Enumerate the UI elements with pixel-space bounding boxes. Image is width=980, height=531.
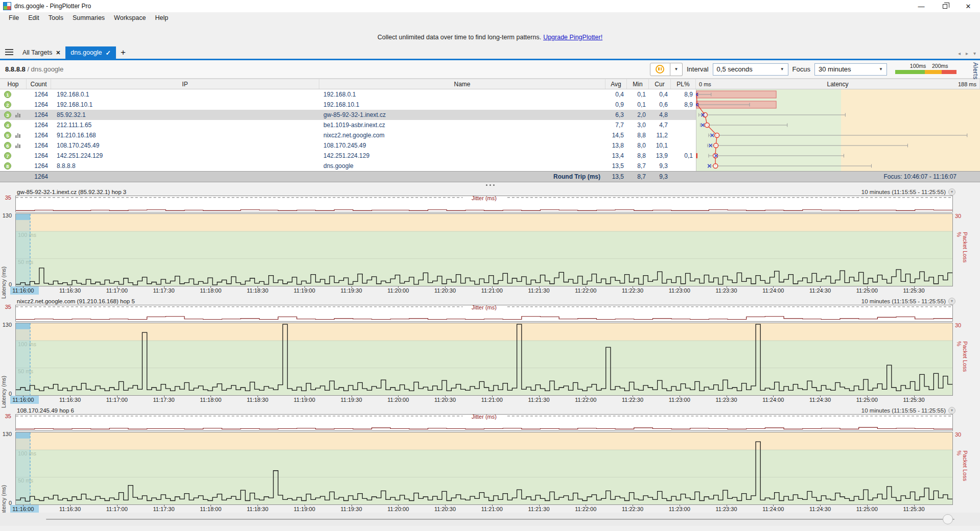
col-header-latency[interactable]: 0 ms Latency 188 ms [696,79,980,89]
name-cell: gw-85-92-32-1.inext.cz [319,110,605,120]
count-cell: 1264 [27,120,51,130]
time-tick-label: 11:25:30 [903,287,924,294]
graphed-indicator [15,110,27,120]
cur-cell: 10,1 [649,140,671,151]
col-header-count[interactable]: Count [27,79,51,89]
time-tick-label: 11:24:00 [762,397,784,403]
interval-select[interactable]: 0,5 seconds ▼ [713,63,788,76]
pl-cell [671,161,696,171]
scrollbar-track[interactable] [46,519,954,520]
jitter-strip: 35 Jitter (ms) [0,305,980,322]
cur-cell: 0,6 [649,100,671,110]
pane-splitter[interactable] [0,182,980,188]
col-header-name[interactable]: Name [319,79,605,89]
timeline-header: 108.170.245.49 hop 6 10 minutes (11:15:5… [0,406,980,414]
y-axis-max-label: 130 [3,212,12,219]
packet-loss-max-label: 30 [955,322,961,328]
time-tick-label: 11:22:30 [622,397,643,403]
name-cell: 142.251.224.129 [319,151,605,161]
timeline-range[interactable]: 10 minutes (11:15:55 - 11:25:55) ▾ [861,407,955,414]
graphed-indicator [15,140,27,151]
close-button[interactable]: ✕ [956,0,980,12]
time-tick-label: 11:16:00 [12,287,34,294]
col-header-avg[interactable]: Avg [605,79,627,89]
count-cell: 1264 [27,100,51,110]
chevron-down-icon[interactable]: ▾ [948,407,955,414]
tab-list-icon[interactable]: ▾ [973,51,976,56]
col-header-hop[interactable]: Hop [0,79,27,89]
name-cell: 108.170.245.49 [319,140,605,151]
menu-item-edit[interactable]: Edit [24,14,44,21]
menu-item-file[interactable]: File [4,14,24,21]
chevron-down-icon[interactable]: ▾ [948,298,955,305]
time-tick-label: 11:18:30 [247,287,268,294]
tab-close-icon[interactable]: ✕ [56,50,60,56]
new-tab-button[interactable]: + [116,47,130,59]
time-tick-label: 11:17:00 [106,397,128,403]
timeline-header: nixcz2.net.google.com (91.210.16.168) ho… [0,297,980,305]
chevron-down-icon[interactable]: ▾ [948,188,955,196]
name-cell: nixcz2.net.google.com [319,130,605,140]
count-cell: 1264 [27,140,51,151]
ip-cell: 85.92.32.1 [51,110,319,120]
time-tick-label: 11:25:30 [903,397,924,403]
menu-item-help[interactable]: Help [150,14,173,21]
scrollbar-handle[interactable] [943,514,953,524]
menu-item-summaries[interactable]: Summaries [68,14,109,21]
col-header-ip[interactable]: IP [51,79,319,89]
hamburger-icon[interactable] [5,49,13,55]
latency-chart[interactable]: 100 ms50 ms [15,432,953,505]
min-cell: 8,0 [627,140,649,151]
menu-item-tools[interactable]: Tools [44,14,68,21]
window-bottom-edge [0,526,980,531]
hop-badge: 3 [4,111,11,118]
pause-button[interactable] [650,63,670,76]
focus-select[interactable]: 30 minutes ▼ [814,63,887,76]
avg-cell: 14,5 [605,130,627,140]
col-header-cur[interactable]: Cur [649,79,671,89]
latency-plot-strip: 130 Latency (ms) 0 100 ms50 ms 30 Packet… [0,432,980,505]
alerts-side-tab[interactable]: Alerts [972,62,979,80]
packet-loss-axis-title: Packet Loss % [956,341,968,378]
time-tick-label: 11:24:30 [809,506,831,512]
latency-min-label: 0 ms [699,81,711,87]
trace-table-body: 11264192.168.0.1192.168.0.10,40,10,48,92… [0,89,980,171]
tab-scroll-left-icon[interactable]: ◂ [958,51,961,56]
hop-number: 4 [0,120,15,130]
interval-value: 0,5 seconds [717,65,753,73]
timeline-range[interactable]: 10 minutes (11:15:55 - 11:25:55) ▾ [861,188,955,196]
time-tick-label: 11:21:30 [528,397,549,403]
packet-loss-max-label: 30 [955,431,961,438]
latency-chart[interactable]: 100 ms50 ms [15,213,953,286]
graph-shown-icon [15,143,20,148]
col-header-pl[interactable]: PL% [671,79,696,89]
latency-chart[interactable]: 100 ms50 ms [15,323,953,396]
pause-dropdown-button[interactable]: ▼ [670,63,683,76]
latency-max-label: 188 ms [958,81,976,87]
timeline-range[interactable]: 10 minutes (11:15:55 - 11:25:55) ▾ [861,298,955,305]
col-header-min[interactable]: Min [627,79,649,89]
menu-item-workspace[interactable]: Workspace [109,14,150,21]
tab-scroll-right-icon[interactable]: ▸ [966,51,968,56]
min-cell: 2,0 [627,110,649,120]
graphed-indicator [15,100,27,110]
ip-cell: 8.8.8.8 [51,161,319,171]
tab-all-targets[interactable]: All Targets ✕ [17,46,65,59]
timeline-scrollbar[interactable] [0,513,980,526]
time-tick-label: 11:21:00 [481,287,503,294]
upgrade-link[interactable]: Upgrade PingPlotter! [543,34,602,41]
menu-bar: FileEditToolsSummariesWorkspaceHelp [0,12,980,23]
restore-button[interactable] [933,0,956,12]
timeline-title: nixcz2.net.google.com (91.210.16.168) ho… [17,298,135,304]
graphed-indicator [15,151,27,161]
upgrade-banner: Collect unlimited data over time to find… [0,23,980,45]
minimize-button[interactable]: — [909,0,933,12]
name-cell: 192.168.10.1 [319,100,605,110]
time-tick-label: 11:16:30 [59,506,81,512]
hop-badge: 1 [4,91,11,98]
avg-cell: 6,3 [605,110,627,120]
hop-number: 8 [0,161,15,171]
cur-cell: 4,8 [649,110,671,120]
tab-dns-google[interactable]: dns.google ✓ [65,46,116,59]
time-tick-label: 11:23:00 [669,287,690,294]
